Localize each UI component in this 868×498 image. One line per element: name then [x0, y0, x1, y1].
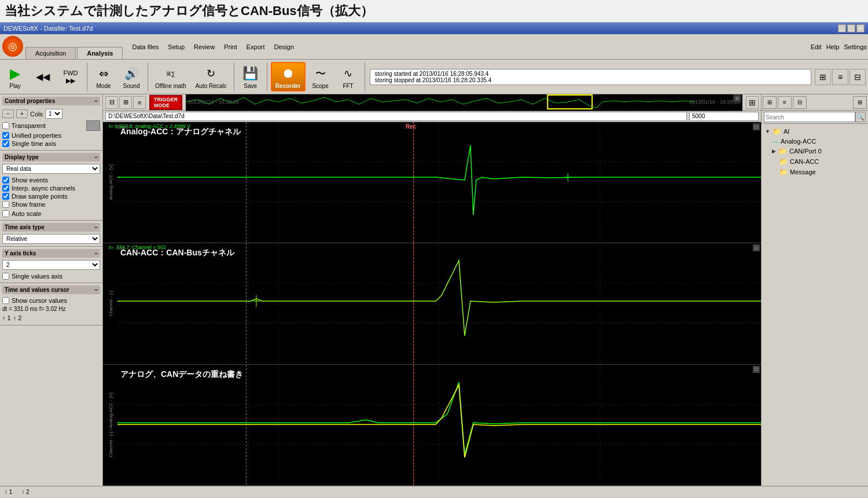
display-type-select[interactable]: Real data: [2, 164, 100, 174]
chart1-y-axis: Analog-ACC - [V]: [104, 122, 117, 243]
timeline-end: 2013/01/16 - 16:28:20: [689, 99, 740, 105]
chart-analog-acc: t= 9.927.8; Analog-ACC = 2.4589 V Rec □ …: [103, 122, 761, 243]
chart3-svg: [117, 365, 761, 485]
play-button[interactable]: ▶ Play: [2, 63, 28, 90]
menu-export[interactable]: Export: [242, 42, 270, 52]
control-properties-title: Control properties −: [2, 97, 100, 105]
menu-review[interactable]: Review: [189, 42, 219, 52]
page-title: 当社システムで計測したアナログ信号とCAN-Bus信号（拡大）: [0, 0, 868, 23]
minus-button[interactable]: −: [2, 109, 14, 118]
collapse-display-icon[interactable]: −: [94, 154, 98, 160]
tree-item-message[interactable]: 📁 Message: [778, 167, 866, 177]
unified-checkbox[interactable]: [2, 132, 9, 139]
chart2-corner-btn[interactable]: □: [753, 244, 760, 251]
timeline-strip: 2013/01/16 - 16:28:05 2013/01/16 - 16:28…: [186, 94, 742, 111]
tree-item-analog-acc[interactable]: — Analog-ACC: [771, 137, 866, 146]
rtb-btn-2[interactable]: ≡: [778, 96, 792, 109]
filepath-bar: [103, 111, 761, 122]
chart-tb-right[interactable]: ⊞: [746, 96, 759, 109]
auto-scale-checkbox[interactable]: [2, 210, 9, 217]
menu-print[interactable]: Print: [219, 42, 242, 52]
window-controls: _ □ ✕: [838, 24, 865, 32]
show-frame-checkbox[interactable]: [2, 201, 9, 208]
mode-button[interactable]: ⇔ Mode: [91, 63, 116, 90]
filepath-value[interactable]: [689, 112, 759, 121]
rtb-icon3[interactable]: ⊟: [849, 69, 866, 85]
collapse-y-icon[interactable]: −: [94, 250, 98, 257]
center-area: ⊟ ⊞ ≡ TRIGGERMODE 2013/01/16 - 16:28:05 …: [103, 94, 761, 486]
rewind-button[interactable]: ◀◀: [30, 67, 56, 87]
plus-button[interactable]: +: [16, 109, 28, 118]
transparent-checkbox[interactable]: [2, 122, 9, 129]
menu-setup[interactable]: Setup: [163, 42, 189, 52]
menu-settings[interactable]: Settings: [844, 43, 867, 50]
channel-tree: ▼ 📁 AI — Analog-ACC ▶ 📁 CAN/Port 0 📁: [762, 124, 868, 486]
menu-design[interactable]: Design: [270, 42, 299, 52]
tab-analysis[interactable]: Analysis: [77, 47, 123, 59]
timeline-signal-svg: [186, 94, 742, 110]
cursor2-label: ↑ 2: [13, 314, 22, 321]
chart-tb-1[interactable]: ⊟: [105, 96, 118, 109]
collapse-cursor-icon[interactable]: −: [94, 287, 98, 293]
ai-arrow: ▼: [765, 129, 770, 134]
time-axis-select[interactable]: Relative Absolute: [2, 234, 100, 244]
rtb-icon1[interactable]: ⊞: [815, 69, 831, 85]
can-port0-label: CAN/Port 0: [789, 148, 822, 155]
filepath-input[interactable]: [105, 112, 687, 121]
message-label: Message: [790, 169, 816, 175]
auto-recalc-button[interactable]: ↻ Auto Recalc: [192, 63, 230, 90]
tree-item-ai[interactable]: ▼ 📁 AI: [764, 126, 866, 137]
tab-acquisition[interactable]: Acquisition: [25, 47, 76, 59]
cols-select[interactable]: 123: [45, 109, 62, 119]
chart2-y-label: Channel - [-]: [108, 291, 113, 316]
trigger-button[interactable]: TRIGGERMODE: [149, 95, 182, 110]
timeline-zoom-icon[interactable]: ⊞: [733, 94, 741, 102]
cols-label: Cols: [30, 111, 43, 118]
analog-acc-label: Analog-ACC: [781, 138, 816, 145]
rtb-btn-4[interactable]: ⊞: [853, 96, 867, 109]
chart-tb-3[interactable]: ≡: [133, 96, 146, 109]
chart1-corner-btn[interactable]: □: [753, 123, 760, 130]
analog-acc-icon: —: [772, 138, 778, 145]
show-events-checkbox[interactable]: [2, 177, 9, 184]
offline-math-button[interactable]: ≡∑ Offline math: [152, 63, 190, 90]
maximize-button[interactable]: □: [847, 24, 855, 32]
save-button[interactable]: 💾 Save: [238, 63, 263, 90]
rtb-btn-3[interactable]: ⊟: [793, 96, 807, 109]
y-axis-select[interactable]: 2 4 5 10: [2, 260, 100, 270]
rtb-icon2[interactable]: ≡: [832, 69, 848, 85]
minimize-button[interactable]: _: [838, 24, 846, 32]
interp-async-checkbox[interactable]: [2, 185, 9, 192]
right-panel: ⊞ ≡ ⊟ ⊞ 🔍 ▼ 📁 AI — Analog-ACC: [761, 94, 868, 486]
ai-folder-icon: 📁: [773, 127, 781, 136]
y-axis-title: Y axis ticks −: [2, 249, 100, 258]
tree-item-can-acc[interactable]: 📁 CAN-ACC: [778, 156, 866, 167]
show-cursor-checkbox[interactable]: [2, 297, 9, 304]
single-time-checkbox[interactable]: [2, 140, 9, 147]
fwd-button[interactable]: FWD▶▶: [58, 67, 83, 87]
window-title: DEWESoftX - Datafile: Test.d7d: [3, 25, 93, 32]
search-input[interactable]: [764, 112, 855, 122]
menu-data-files[interactable]: Data files: [127, 42, 163, 52]
collapse-icon[interactable]: −: [94, 98, 98, 104]
menu-edit[interactable]: Edit: [811, 43, 822, 50]
chart2-svg: [117, 243, 761, 364]
collapse-time-icon[interactable]: −: [94, 224, 98, 230]
close-button[interactable]: ✕: [856, 24, 865, 32]
scope-button[interactable]: 〜 Scope: [308, 63, 333, 90]
cursor-title: Time and values cursor −: [2, 285, 100, 294]
chart3-corner-btn[interactable]: □: [753, 366, 760, 373]
search-button[interactable]: 🔍: [855, 112, 866, 122]
recorder-button[interactable]: ⏺ Recorder: [271, 62, 306, 91]
timeline-start: 2013/01/16 - 16:28:05: [188, 99, 239, 105]
single-values-checkbox[interactable]: [2, 273, 9, 280]
menu-help[interactable]: Help: [826, 43, 840, 50]
fft-button[interactable]: ∿ FFT: [336, 63, 361, 90]
chart-tb-2[interactable]: ⊞: [119, 96, 132, 109]
draw-sample-checkbox[interactable]: [2, 193, 9, 200]
chart3-title: アナログ、CANデータの重ね書き: [120, 369, 243, 380]
sound-button[interactable]: 🔊 Sound: [119, 63, 144, 90]
svg-rect-0: [547, 95, 592, 109]
rtb-btn-1[interactable]: ⊞: [763, 96, 777, 109]
tree-item-can-port0[interactable]: ▶ 📁 CAN/Port 0: [771, 146, 866, 156]
